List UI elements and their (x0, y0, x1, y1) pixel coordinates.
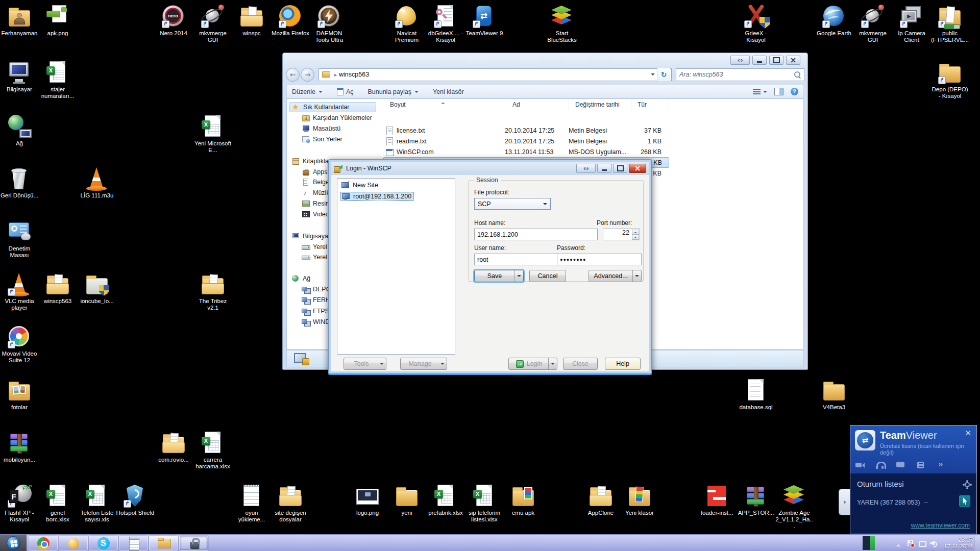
desktop-icon[interactable]: Google Earth (815, 4, 853, 37)
tray-icon[interactable] (906, 540, 914, 547)
back-button[interactable]: ← (286, 68, 300, 82)
desktop-icon[interactable]: Denetim Masası (0, 219, 39, 259)
desktop-icon[interactable]: stajer numaraları... (38, 60, 77, 99)
password-field[interactable] (557, 254, 642, 265)
toolbar-right-icon[interactable] (774, 88, 783, 95)
login-dropdown-icon[interactable] (548, 358, 557, 369)
desktop-icon[interactable]: Ferhanyaman (0, 4, 39, 37)
desktop-icon[interactable]: carrera harcama.xlsx (193, 431, 232, 470)
address-dropdown-icon[interactable] (651, 73, 655, 78)
desktop-icon[interactable]: Yeni klasör (620, 484, 659, 516)
help-button[interactable]: Help (605, 358, 641, 370)
tray-icon[interactable] (930, 540, 937, 547)
desktop-icon[interactable]: Navicat Premium (387, 4, 426, 43)
save-dropdown-icon[interactable] (514, 270, 523, 282)
column-header[interactable]: Değiştirme tarihi (569, 99, 631, 111)
desktop-icon[interactable]: Bilgisayar (0, 60, 39, 93)
remote-control-cursor-icon[interactable] (959, 495, 970, 507)
desktop-icon[interactable]: Mozilla Firefox (271, 4, 310, 37)
manage-dropdown-icon[interactable] (438, 358, 447, 369)
teamviewer-toolbar-icon[interactable] (896, 462, 905, 469)
cancel-button[interactable]: Cancel (529, 270, 566, 282)
desktop-icon[interactable]: genel borc.xlsx (38, 484, 77, 523)
desktop-icon[interactable]: LİG 111.m3u (78, 166, 116, 199)
desktop-icon[interactable]: ioncube_lo... (78, 272, 116, 305)
advanced-button[interactable]: Advanced... (589, 270, 642, 282)
window-button-icon[interactable] (769, 56, 783, 65)
save-button[interactable]: Save (474, 270, 524, 282)
taskbar-app-button[interactable] (89, 536, 118, 550)
desktop-icon[interactable]: V4Beta3 (815, 378, 853, 411)
sidebar-item[interactable]: Karşıdan Yüklemeler (289, 113, 376, 123)
gear-icon[interactable] (963, 481, 969, 487)
desktop-icon[interactable]: winscp563 (38, 272, 77, 305)
desktop-icon[interactable]: DAEMON Tools Ultra (310, 4, 349, 43)
close-button[interactable]: Close (563, 358, 598, 370)
desktop-icon[interactable]: APP_STOR... (737, 484, 775, 516)
toolbar-item[interactable]: Bununla paylaş (368, 88, 418, 95)
manage-button[interactable]: Manage (400, 358, 447, 370)
desktop-icon[interactable]: public (FTPSERVE... (930, 4, 969, 43)
desktop-icon[interactable]: AppClone (581, 484, 620, 516)
window-button-icon[interactable] (629, 164, 646, 173)
desktop-icon[interactable]: Ağ (0, 114, 39, 147)
window-button-icon[interactable] (752, 56, 767, 65)
sidebar-item[interactable]: Son Yerler (289, 134, 376, 144)
file-row[interactable]: license.txt 20.10.2014 17:25 Metin Belge… (383, 125, 669, 136)
desktop-icon[interactable]: apk.png (38, 4, 77, 37)
teamviewer-collapse-tab[interactable]: › (839, 489, 850, 515)
desktop-icon[interactable]: FlashFXP - Kısayol (0, 484, 39, 523)
advanced-dropdown-icon[interactable] (632, 270, 641, 282)
site-list-item[interactable]: New Site (340, 181, 380, 189)
desktop-icon[interactable]: GrieeX - Kısayol (737, 4, 775, 43)
tray-icon[interactable] (918, 540, 925, 547)
file-protocol-select[interactable]: SCP (474, 198, 551, 210)
desktop-icon[interactable]: mobiloyun... (0, 431, 39, 463)
desktop-icon[interactable]: Geri Dönüşü... (0, 166, 39, 199)
taskbar-app-button[interactable] (29, 536, 58, 550)
desktop-icon[interactable]: The Tribez v2.1 (193, 272, 232, 311)
site-list[interactable]: New Site root@192.168.1.200 (337, 178, 455, 355)
address-bar[interactable]: ▸ winscp563 (318, 68, 672, 81)
start-button[interactable] (0, 535, 27, 551)
search-icon[interactable] (794, 71, 801, 78)
teamviewer-toolbar-icon[interactable] (917, 462, 926, 469)
search-input[interactable]: Ara: winscp563 (676, 68, 804, 81)
desktop-icon[interactable]: Movavi Video Suite 12 (0, 324, 39, 364)
login-button[interactable]: Login (508, 358, 557, 370)
desktop-icon[interactable]: Telefon Liste sayısı.xls (78, 484, 116, 523)
desktop-icon[interactable]: mkvmerge GUI (193, 4, 232, 43)
tools-dropdown-icon[interactable] (377, 358, 386, 369)
site-list-item[interactable]: root@192.168.1.200 (340, 192, 414, 201)
desktop-icon[interactable]: database.sql (737, 378, 775, 411)
teamviewer-website-link[interactable]: www.teamviewer.com (911, 522, 970, 529)
window-button-icon[interactable] (613, 164, 627, 173)
desktop-icon[interactable]: Zombie Age 2_V1.1.2_Ha... (775, 484, 814, 530)
toolbar-right-icon[interactable] (753, 89, 767, 95)
column-header[interactable]: Tür (631, 99, 669, 111)
desktop-icon[interactable]: mkvmerge GUI (853, 4, 892, 43)
window-button-icon[interactable] (597, 164, 611, 173)
desktop-icon[interactable]: yeni (387, 484, 426, 516)
desktop-icon[interactable]: site değişen dosyalar (271, 484, 310, 523)
refresh-icon[interactable] (657, 68, 670, 81)
desktop-icon[interactable]: VLC media player (0, 272, 39, 311)
user-name-field[interactable] (474, 254, 558, 265)
desktop-icon[interactable]: Start BlueStacks (543, 4, 581, 43)
toolbar-item[interactable]: Yeni klasör (433, 88, 464, 95)
desktop-icon[interactable]: emü apk (504, 484, 543, 516)
desktop-icon[interactable]: Yeni Microsoft E... (193, 114, 232, 154)
file-row[interactable]: readme.txt 20.10.2014 17:25 Metin Belges… (383, 136, 669, 146)
toolbar-item[interactable]: Düzenle (292, 88, 323, 95)
taskbar-clock[interactable]: 23:07 17.11.2014 (944, 537, 973, 550)
taskbar-app-button[interactable] (149, 536, 178, 550)
breadcrumb-path[interactable]: winscp563 (339, 71, 369, 78)
desktop-icon[interactable]: dbGrieeX.... - Kısayol (426, 4, 465, 43)
column-header[interactable]: Ad (505, 99, 569, 111)
window-button-icon[interactable] (576, 164, 596, 173)
toolbar-right-icon[interactable] (791, 88, 798, 95)
desktop-icon[interactable]: loader-inst... (698, 484, 737, 516)
desktop-icon[interactable]: TeamViewer 9 (465, 4, 504, 37)
host-name-field[interactable] (474, 229, 598, 240)
window-button-icon[interactable] (730, 56, 750, 65)
